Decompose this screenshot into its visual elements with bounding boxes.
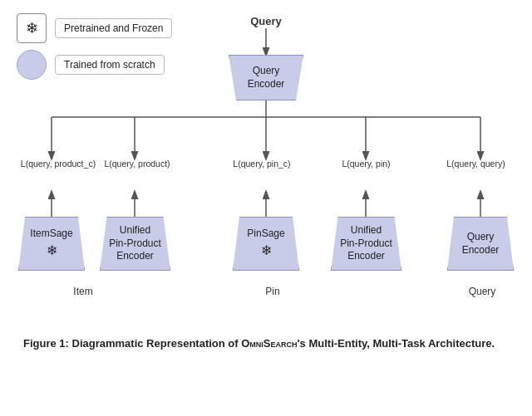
- query-encoder-bottom-label: QueryEncoder: [462, 231, 500, 257]
- unified-encoder-2-label: UnifiedPin-ProductEncoder: [340, 224, 392, 263]
- loss-label-0: L(query, product_c): [17, 159, 100, 169]
- itemsage-snowflake: ❄: [47, 242, 57, 260]
- loss-label-3: L(query, pin): [335, 159, 397, 169]
- unified-encoder-1-label: UnifiedPin-ProductEncoder: [109, 224, 161, 263]
- itemsage-node: ItemSage ❄: [18, 217, 85, 271]
- itemsage-label: ItemSage: [30, 228, 72, 241]
- caption-figure-number: Figure 1: Diagrammatic Representation of…: [23, 337, 495, 350]
- query-encoder-top-label: QueryEncoder: [248, 65, 285, 91]
- query-encoder-bottom-node: QueryEncoder: [447, 217, 514, 271]
- pinsage-node: PinSage ❄: [233, 217, 299, 271]
- pin-bottom-label: Pin: [248, 286, 298, 297]
- figure-caption: Figure 1: Diagrammatic Representation of…: [17, 335, 515, 352]
- loss-label-1: L(query, product): [100, 159, 175, 169]
- query-encoder-top: QueryEncoder: [229, 55, 303, 100]
- diagram-area: Query QueryEncoder L(query, product_c) L…: [17, 13, 515, 329]
- loss-label-2: L(query, pin_c): [229, 159, 295, 169]
- query-top-label: Query: [237, 15, 295, 27]
- item-bottom-label: Item: [50, 286, 116, 297]
- loss-label-4: L(query, query): [441, 159, 511, 169]
- unified-encoder-1-node: UnifiedPin-ProductEncoder: [100, 217, 170, 271]
- diagram-container: Query QueryEncoder L(query, product_c) L…: [17, 13, 515, 329]
- pinsage-label: PinSage: [247, 228, 284, 241]
- pinsage-snowflake: ❄: [261, 242, 272, 260]
- unified-encoder-2-node: UnifiedPin-ProductEncoder: [331, 217, 401, 271]
- query-bottom-label: Query: [457, 286, 507, 297]
